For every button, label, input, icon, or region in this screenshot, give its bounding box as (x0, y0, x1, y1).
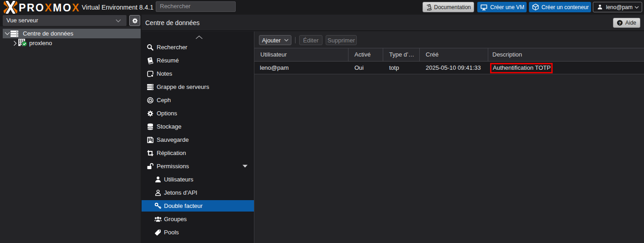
svg-text:?: ? (618, 21, 621, 26)
